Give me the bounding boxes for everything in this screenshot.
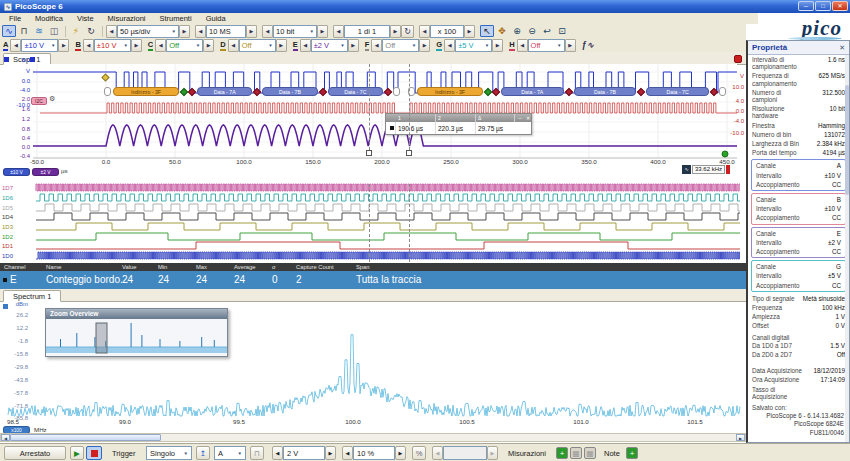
channel-F-prev-button[interactable]: ◀ — [371, 39, 382, 52]
add-note-button[interactable]: + — [626, 447, 638, 459]
captures-field[interactable] — [443, 446, 487, 460]
ruler-minimize-button[interactable]: ─ — [515, 114, 523, 122]
samples-next-button[interactable]: ▶ — [246, 25, 257, 38]
menu-strumenti[interactable]: Strumenti — [153, 13, 199, 24]
scroll-right-button[interactable]: ▶ — [736, 434, 745, 441]
scope-plot[interactable] — [0, 52, 746, 183]
timebase-prev-button[interactable]: ◀ — [106, 25, 117, 38]
channel-H-range-select[interactable]: Off▼ — [528, 39, 565, 52]
properties-button[interactable]: ⚡ — [69, 25, 83, 37]
tab-spectrum-1[interactable]: Spectrum 1 — [3, 290, 61, 302]
frequency-legend[interactable]: ∿ 33.62 kHz — [682, 165, 730, 174]
channel-B-prev-button[interactable]: ◀ — [83, 39, 94, 52]
run-state-button[interactable]: Arrestato — [4, 446, 66, 460]
properties-scrollbar[interactable] — [845, 55, 849, 443]
zoom-undo-tool[interactable]: ↩ — [540, 25, 554, 37]
horizontal-scrollbar[interactable]: ◀ ▶ — [0, 433, 746, 442]
alarms-mode-button[interactable]: ◫ — [47, 25, 61, 37]
trigger-source-select[interactable]: A▼ — [214, 446, 246, 460]
zoom-value-field[interactable]: x 100 — [430, 25, 464, 38]
menu-modifica[interactable]: Modifica — [28, 13, 70, 24]
channel-A-prev-button[interactable]: ◀ — [10, 39, 21, 52]
channel-H-prev-button[interactable]: ◀ — [517, 39, 528, 52]
channel-B-range-select[interactable]: ±10 V▼ — [94, 39, 131, 52]
channel-G-prev-button[interactable]: ◀ — [444, 39, 455, 52]
level-up-button[interactable]: ▶ — [325, 446, 336, 460]
normal-cursor-tool[interactable]: ↖ — [480, 25, 494, 37]
menu-file[interactable]: File — [2, 13, 28, 24]
level-down-button[interactable]: ◀ — [272, 446, 283, 460]
menu-guida[interactable]: Guida — [199, 13, 233, 24]
channel-E-prev-button[interactable]: ◀ — [300, 39, 311, 52]
play-button[interactable]: ▶ — [70, 446, 84, 460]
menu-misurazioni[interactable]: Misurazioni — [101, 13, 153, 24]
ruler-close-button[interactable]: ✕ — [523, 114, 531, 122]
redo-button[interactable]: ↻ — [84, 25, 98, 37]
maximize-button[interactable]: □ — [815, 1, 831, 11]
channel-C-range-select[interactable]: Off▼ — [166, 39, 203, 52]
ruler-legend[interactable]: 1 2 Δ ─ ✕ 190.6 µs 220.3 µs 29.75 µs — [385, 113, 532, 135]
pretrigger-down-button[interactable]: ◀ — [342, 446, 353, 460]
buffer-prev-button[interactable]: ◀ — [333, 25, 344, 38]
menu-viste[interactable]: Viste — [70, 13, 101, 24]
zoom-prev-button[interactable]: ◀ — [419, 25, 430, 38]
trigger-mode-select[interactable]: Singolo▼ — [146, 446, 192, 460]
close-button[interactable]: ✕ — [832, 1, 848, 11]
buffer-next-button[interactable]: ▶ — [390, 25, 401, 38]
measurement-row[interactable]: EConteggio bordo...2424242402Tutta la tr… — [0, 271, 746, 289]
properties-close-icon[interactable]: ✕ — [839, 44, 845, 52]
channel-D-prev-button[interactable]: ◀ — [228, 39, 239, 52]
minimize-button[interactable]: ─ — [798, 1, 814, 11]
channel-G-range-select[interactable]: ±5 V▼ — [455, 39, 492, 52]
zoom-next-button[interactable]: ▶ — [464, 25, 475, 38]
awg-button[interactable]: ƒ∿ — [581, 39, 595, 51]
digital-plot[interactable] — [0, 183, 746, 263]
samples-prev-button[interactable]: ◀ — [195, 25, 206, 38]
trigger-level-field[interactable]: 2 V — [283, 446, 325, 460]
channel-F-range-select[interactable]: Off▼ — [382, 39, 419, 52]
scroll-left-button[interactable]: ◀ — [1, 434, 10, 441]
channel-A-next-button[interactable]: ▶ — [58, 39, 69, 52]
advanced-trigger-icon[interactable]: ⊓ — [250, 446, 264, 460]
channel-G-next-button[interactable]: ▶ — [492, 39, 503, 52]
pretrigger-field[interactable]: 10 % — [353, 446, 395, 460]
channel-E-next-button[interactable]: ▶ — [348, 39, 359, 52]
channel-A-range-select[interactable]: ±10 V▼ — [21, 39, 58, 52]
timebase-select[interactable]: 50 µs/div▼ — [117, 25, 179, 38]
channel-F-next-button[interactable]: ▶ — [419, 39, 430, 52]
zoom-overview-title[interactable]: Zoom Overview — [46, 309, 227, 319]
zoom-in-tool[interactable]: ⊕ — [510, 25, 524, 37]
resolution-select[interactable]: 10 bit▼ — [273, 25, 317, 38]
hand-tool[interactable]: ✥ — [495, 25, 509, 37]
persistence-mode-button[interactable]: ≋ — [32, 25, 46, 37]
zoom-overview-window[interactable]: Zoom Overview — [45, 308, 228, 357]
buffer-page-field[interactable]: 1 di 1 — [344, 25, 390, 38]
captures-down-button[interactable]: ◀ — [432, 446, 443, 460]
resolution-next-button[interactable]: ▶ — [317, 25, 328, 38]
zoom-overview-plot[interactable] — [46, 319, 227, 356]
spectrum-mode-button[interactable]: ⊓ — [17, 25, 31, 37]
stop-button[interactable] — [86, 446, 102, 460]
buffer-refresh-button[interactable]: ↻ — [401, 25, 414, 38]
channel-B-next-button[interactable]: ▶ — [131, 39, 142, 52]
samples-select[interactable]: 10 MS — [206, 25, 246, 38]
channel-D-range-select[interactable]: Off▼ — [239, 39, 276, 52]
trigger-marker-icon[interactable]: ↥ — [196, 446, 210, 460]
pretrigger-up-button[interactable]: ▶ — [395, 446, 406, 460]
properties-scroll-thumb[interactable] — [845, 85, 849, 195]
scroll-thumb[interactable] — [10, 434, 161, 441]
channel-C-next-button[interactable]: ▶ — [203, 39, 214, 52]
zoom-out-tool[interactable]: ⊖ — [525, 25, 539, 37]
percent-icon[interactable]: % — [412, 446, 426, 460]
channel-C-prev-button[interactable]: ◀ — [155, 39, 166, 52]
timebase-next-button[interactable]: ▶ — [179, 25, 190, 38]
scope-mode-button[interactable]: ∿ — [2, 25, 16, 37]
edit-measurement-button[interactable]: ▦ — [570, 447, 582, 459]
captures-up-button[interactable]: ▶ — [487, 446, 498, 460]
delete-measurement-button[interactable]: ▦ — [584, 447, 596, 459]
channel-H-next-button[interactable]: ▶ — [565, 39, 576, 52]
resolution-prev-button[interactable]: ◀ — [262, 25, 273, 38]
channel-D-next-button[interactable]: ▶ — [276, 39, 287, 52]
zoom-full-tool[interactable]: ⊡ — [555, 25, 569, 37]
add-measurement-button[interactable]: + — [556, 447, 568, 459]
